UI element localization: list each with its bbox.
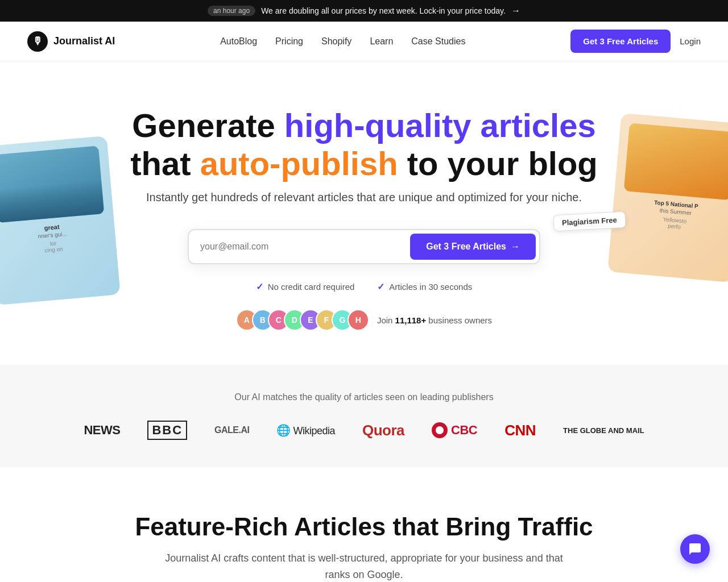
chat-icon xyxy=(688,542,702,556)
check-icon-2: ✓ xyxy=(377,281,384,292)
publisher-news: NEWS xyxy=(84,423,120,438)
logo-icon: 🎙 xyxy=(27,31,48,52)
headline-part3: to your blog xyxy=(398,145,598,182)
card-right-image xyxy=(624,123,728,200)
email-input[interactable] xyxy=(200,242,410,252)
check-label-1: No credit card required xyxy=(268,282,355,292)
publisher-cbc: CBC xyxy=(432,422,477,438)
hero-cta-arrow: → xyxy=(511,242,520,252)
feature-description: Journalist AI crafts content that is wel… xyxy=(165,550,563,582)
join-suffix: business owners xyxy=(426,315,492,325)
chat-button[interactable] xyxy=(680,534,710,564)
headline-part2: that xyxy=(130,145,200,182)
headline-highlight1: high-quality articles xyxy=(284,107,596,144)
login-button[interactable]: Login xyxy=(680,36,701,46)
bg-card-left: great nner's gui... lor cing on xyxy=(0,136,121,305)
time-badge: an hour ago xyxy=(208,6,255,16)
publisher-wikipedia: 🌐 Wikipedia xyxy=(276,423,335,437)
avatar: H xyxy=(348,309,369,331)
logo[interactable]: 🎙 Journalist AI xyxy=(27,31,115,52)
check-articles-speed: ✓ Articles in 30 seconds xyxy=(377,281,472,292)
check-icon-1: ✓ xyxy=(256,281,263,292)
top-banner: an hour ago We are doubling all our pric… xyxy=(0,0,728,22)
logo-text: Journalist AI xyxy=(53,35,115,47)
join-text: Join xyxy=(377,315,395,325)
banner-message: We are doubling all our prices by next w… xyxy=(261,6,506,15)
social-proof-text: Join 11,118+ business owners xyxy=(377,315,492,325)
email-form: Get 3 Free Articles → xyxy=(188,229,540,264)
feature-section: Feature-Rich Articles that Bring Traffic… xyxy=(0,467,728,582)
publishers-section: Our AI matches the quality of articles s… xyxy=(0,365,728,467)
nav-cta-button[interactable]: Get 3 Free Articles xyxy=(570,30,671,53)
publisher-quora: Quora xyxy=(362,422,404,439)
publishers-logos: NEWS BBC GALE.AI 🌐 Wikipedia Quora CBC C… xyxy=(11,421,717,440)
social-proof: ABCDEFGH Join 11,118+ business owners xyxy=(11,309,717,331)
headline-highlight2: auto-publish xyxy=(200,145,398,182)
hero-cta-button[interactable]: Get 3 Free Articles → xyxy=(410,234,536,260)
avatar-group: ABCDEFGH xyxy=(236,309,369,331)
publishers-label: Our AI matches the quality of articles s… xyxy=(11,392,717,402)
nav-shopify[interactable]: Shopify xyxy=(321,36,351,46)
nav-pricing[interactable]: Pricing xyxy=(275,36,303,46)
card-left-image xyxy=(0,146,104,223)
feature-title: Feature-Rich Articles that Bring Traffic xyxy=(11,513,717,541)
nav-learn[interactable]: Learn xyxy=(370,36,393,46)
hero-subtext: Instantly get hundreds of relevant artic… xyxy=(11,188,717,206)
hero-cta-label: Get 3 Free Articles xyxy=(426,242,506,252)
publisher-gale: GALE.AI xyxy=(214,425,249,435)
hero-headline: Generate high-quality articles that auto… xyxy=(11,107,717,182)
navbar: 🎙 Journalist AI AutoBlog Pricing Shopify… xyxy=(0,22,728,61)
check-no-credit-card: ✓ No credit card required xyxy=(256,281,355,292)
headline-part1: Generate xyxy=(132,107,284,144)
nav-case-studies[interactable]: Case Studies xyxy=(411,36,465,46)
check-label-2: Articles in 30 seconds xyxy=(389,282,472,292)
email-form-wrapper: Get 3 Free Articles → Plagiarism Free xyxy=(11,229,717,264)
publisher-bbc: BBC xyxy=(147,421,187,440)
publisher-globe: THE GLOBE AND MAIL xyxy=(563,426,644,435)
nav-links: AutoBlog Pricing Shopify Learn Case Stud… xyxy=(220,36,465,47)
nav-autoblog[interactable]: AutoBlog xyxy=(220,36,257,46)
hero-section: great nner's gui... lor cing on Top 5 Na… xyxy=(0,61,728,365)
join-count: 11,118+ xyxy=(395,315,427,325)
publisher-cnn: CNN xyxy=(504,422,536,439)
banner-arrow: → xyxy=(511,6,520,16)
nav-actions: Get 3 Free Articles Login xyxy=(570,30,701,53)
